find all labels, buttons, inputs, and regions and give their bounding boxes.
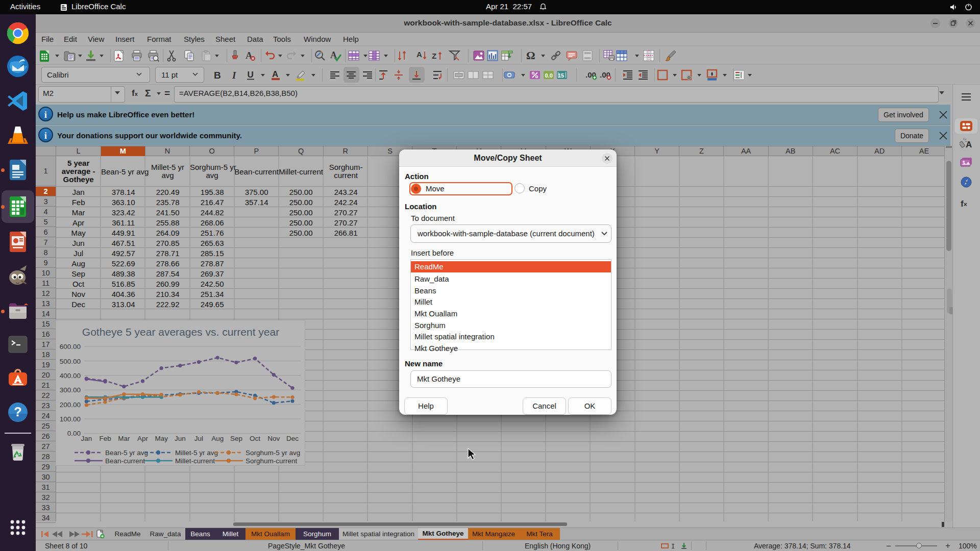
svg-text:100.00: 100.00	[60, 415, 81, 423]
svg-text:?: ?	[14, 405, 21, 419]
svg-text:Apr: Apr	[137, 435, 149, 442]
svg-text:0.00: 0.00	[67, 430, 81, 437]
svg-text:Bean-current: Bean-current	[105, 457, 145, 465]
svg-text:Feb: Feb	[99, 435, 111, 442]
svg-text:Dec: Dec	[286, 435, 299, 442]
svg-text:Z: Z	[432, 52, 436, 60]
svg-text:Sorghum-5 yr avg: Sorghum-5 yr avg	[246, 449, 300, 457]
svg-text:Jan: Jan	[81, 435, 92, 442]
svg-text:A: A	[966, 140, 972, 149]
svg-text:300.00: 300.00	[60, 386, 81, 394]
svg-text:600.00: 600.00	[60, 343, 81, 350]
svg-text:A: A	[272, 69, 278, 79]
svg-text:I: I	[671, 543, 675, 549]
svg-text:Aug: Aug	[211, 435, 224, 442]
svg-text:400.00: 400.00	[60, 372, 81, 380]
svg-text:Jun: Jun	[175, 435, 186, 442]
svg-text:Sep: Sep	[230, 435, 242, 442]
svg-text:Jul: Jul	[194, 435, 203, 442]
svg-text:15: 15	[558, 72, 564, 79]
svg-text:May: May	[155, 435, 168, 442]
svg-text:U: U	[248, 70, 254, 80]
svg-text:500.00: 500.00	[60, 358, 81, 365]
svg-text:Sorghum-current: Sorghum-current	[246, 457, 298, 465]
svg-text:Millet-current: Millet-current	[175, 457, 215, 465]
svg-text:200.00: 200.00	[60, 401, 81, 409]
svg-text:0.0: 0.0	[545, 72, 553, 79]
svg-text:Mar: Mar	[118, 435, 130, 442]
svg-text:Nov: Nov	[267, 435, 280, 442]
svg-text:Bean-5 yr avg: Bean-5 yr avg	[105, 449, 148, 457]
svg-text:I: I	[232, 70, 236, 81]
svg-text:Millet-5 yr avg: Millet-5 yr avg	[175, 449, 218, 457]
svg-text:Oct: Oct	[250, 435, 260, 442]
svg-text:Ω: Ω	[526, 49, 535, 62]
svg-text:A: A	[416, 50, 422, 59]
svg-text:B: B	[214, 70, 221, 81]
svg-text:Gotheye 5 year averages vs. cu: Gotheye 5 year averages vs. current year	[82, 326, 279, 338]
